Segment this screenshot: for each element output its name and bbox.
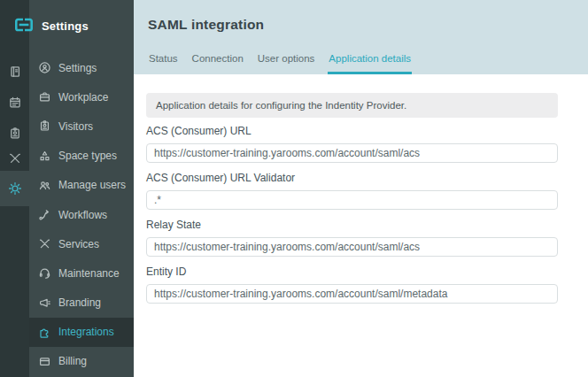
- sidebar-item-label: Maintenance: [58, 267, 120, 280]
- sidebar-item-space-types[interactable]: Space types: [29, 142, 134, 171]
- sidebar-nav: SettingsWorkplaceVisitorsSpace typesMana…: [29, 53, 134, 376]
- icon-rail: [0, 0, 29, 377]
- field-acs-consumer-url: ACS (Consumer) URL: [146, 125, 558, 163]
- relay-state-input[interactable]: [146, 237, 558, 257]
- briefcase-icon: [38, 90, 51, 104]
- page-title: SAML integration: [148, 0, 588, 33]
- sidebar-item-label: Billing: [58, 355, 87, 367]
- person-circle-icon: [38, 61, 51, 74]
- sidebar-item-label: Space types: [58, 150, 117, 162]
- rail-visitor-badge-button[interactable]: [0, 127, 29, 141]
- sidebar-item-maintenance[interactable]: Maintenance: [29, 258, 134, 288]
- field-acs-consumer-url-validator: ACS (Consumer) URL Validator: [146, 172, 558, 210]
- field-label: ACS (Consumer) URL: [146, 125, 558, 137]
- sidebar-title: Settings: [42, 19, 89, 33]
- form-content: Application details for configuring the …: [134, 93, 588, 304]
- workflow-icon: [38, 208, 51, 221]
- yarooms-logo[interactable]: [12, 15, 35, 35]
- app-window: Settings SettingsWorkplaceVisitorsSpace …: [0, 0, 588, 377]
- tools-icon: [38, 237, 51, 250]
- settings-sidebar: Settings SettingsWorkplaceVisitorsSpace …: [29, 0, 134, 377]
- sidebar-item-label: Settings: [58, 62, 97, 74]
- sidebar-item-label: Services: [58, 238, 99, 250]
- sidebar-item-services[interactable]: Services: [29, 229, 134, 258]
- sidebar-item-label: Workplace: [58, 91, 108, 104]
- field-entity-id: Entity ID: [146, 265, 558, 304]
- field-label: ACS (Consumer) URL Validator: [146, 172, 558, 184]
- rail-tools-button[interactable]: [0, 151, 29, 165]
- field-label: Entity ID: [146, 265, 558, 278]
- entity-id-input[interactable]: [146, 284, 558, 304]
- headset-icon: [38, 266, 51, 280]
- acs-consumer-url-input[interactable]: [146, 143, 558, 163]
- field-relay-state: Relay State: [146, 219, 558, 257]
- acs-consumer-url-validator-input[interactable]: [146, 190, 558, 210]
- main-area: SAML integration StatusConnectionUser op…: [134, 0, 588, 377]
- reports-icon: [8, 65, 22, 79]
- calendar-icon: [8, 96, 22, 110]
- id-badge-icon: [38, 119, 51, 133]
- sidebar-item-settings[interactable]: Settings: [29, 53, 134, 82]
- tools-icon: [8, 151, 22, 165]
- sidebar-item-manage-users[interactable]: Manage users: [29, 171, 134, 200]
- sidebar-item-integrations[interactable]: Integrations: [29, 318, 134, 347]
- megaphone-icon: [38, 296, 51, 310]
- sidebar-item-workflows[interactable]: Workflows: [29, 200, 134, 229]
- tab-bar: StatusConnectionUser optionsApplication …: [148, 53, 424, 74]
- shapes-icon: [38, 150, 51, 163]
- sidebar-item-visitors[interactable]: Visitors: [29, 112, 134, 141]
- page-header: SAML integration StatusConnectionUser op…: [134, 0, 588, 74]
- visitor-badge-icon: [8, 127, 22, 141]
- rail-gear-button[interactable]: [0, 181, 29, 196]
- tab-application-details[interactable]: Application details: [328, 53, 412, 74]
- rail-calendar-button[interactable]: [0, 96, 29, 110]
- sidebar-item-branding[interactable]: Branding: [29, 289, 134, 318]
- field-label: Relay State: [146, 219, 558, 231]
- users-icon: [38, 179, 51, 192]
- tab-connection[interactable]: Connection: [191, 53, 244, 74]
- sidebar-item-label: Visitors: [58, 120, 93, 133]
- tab-user-options[interactable]: User options: [257, 53, 316, 74]
- credit-card-icon: [38, 355, 51, 368]
- sidebar-item-label: Branding: [58, 296, 101, 309]
- sidebar-item-label: Workflows: [58, 209, 107, 221]
- sidebar-item-workplace[interactable]: Workplace: [29, 82, 134, 112]
- sidebar-item-label: Integrations: [58, 326, 114, 338]
- sidebar-item-label: Manage users: [58, 179, 126, 191]
- rail-reports-button[interactable]: [0, 65, 29, 79]
- sidebar-item-billing[interactable]: Billing: [29, 347, 134, 376]
- puzzle-icon: [38, 326, 51, 339]
- tab-status[interactable]: Status: [148, 53, 179, 74]
- info-banner: Application details for configuring the …: [146, 93, 558, 118]
- gear-icon: [8, 181, 22, 196]
